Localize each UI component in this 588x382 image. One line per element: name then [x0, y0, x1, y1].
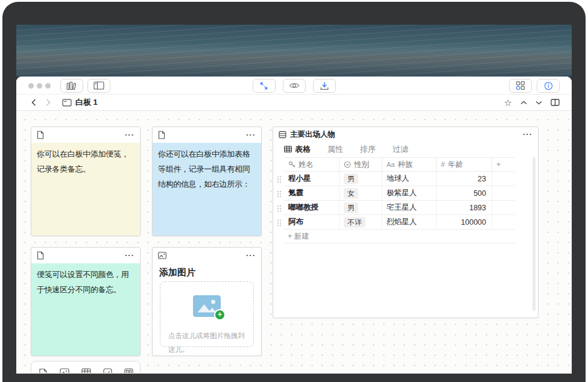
cell-gender[interactable]: 不详	[340, 215, 382, 229]
view-tab-sort[interactable]: 排序	[360, 144, 376, 155]
chevron-up-icon[interactable]	[520, 101, 527, 105]
forward-button[interactable]	[43, 99, 54, 106]
column-header-race[interactable]: Aa 种族	[382, 158, 437, 171]
back-button[interactable]	[28, 99, 39, 106]
cell-gender[interactable]: 男	[340, 172, 382, 186]
key-icon	[288, 161, 296, 168]
export-button[interactable]	[313, 79, 336, 93]
new-row-button[interactable]: + 新建	[284, 230, 515, 243]
screen: 白板 1 ☆	[0, 0, 588, 382]
titlebar-right	[509, 77, 560, 95]
more-button[interactable]: ···	[246, 132, 256, 138]
info-button[interactable]	[537, 79, 560, 93]
table-scrollbar[interactable]	[533, 157, 536, 311]
number-type-icon: #	[441, 160, 445, 169]
drag-handle-icon[interactable]	[277, 219, 281, 226]
cell-empty[interactable]	[492, 201, 515, 214]
note-text[interactable]: 你可以在白板中添加便笺，记录各类备忘。	[31, 143, 140, 236]
tab-whiteboard-1[interactable]: 白板 1	[62, 97, 98, 108]
more-button[interactable]: ···	[523, 131, 533, 137]
note-page-icon	[158, 131, 165, 139]
drag-handle-icon[interactable]	[277, 205, 281, 211]
table-row: 程小星 男 地球人 23	[284, 172, 515, 186]
image-card[interactable]: ··· 添加图片 + 点击这儿或将图片拖拽到这儿。	[152, 247, 262, 356]
info-icon	[544, 81, 553, 90]
more-button[interactable]: ···	[246, 252, 256, 258]
note-text[interactable]: 便笺可以设置不同颜色，用于快速区分不同的备忘。	[31, 263, 140, 355]
table-card-header: 主要出场人物 ···	[273, 127, 538, 140]
cell-name[interactable]: 嘟嘟教授	[284, 201, 340, 214]
titlebar	[16, 77, 572, 95]
insert-table-icon[interactable]	[81, 368, 91, 373]
cell-age[interactable]: 23	[437, 172, 492, 186]
drag-handle-icon[interactable]	[277, 176, 281, 183]
insert-kanban-icon[interactable]	[124, 368, 133, 373]
gender-badge: 男	[344, 202, 358, 213]
table-title: 主要出场人物	[290, 130, 335, 140]
cell-race[interactable]: 地球人	[382, 172, 437, 186]
widgets-button[interactable]	[509, 79, 532, 93]
sticky-note-blue[interactable]: ··· 你还可以在白板中添加表格等组件，记录一组具有相同结构的信息，如右边所示：	[152, 127, 262, 236]
column-label: 性别	[354, 160, 369, 170]
image-dropzone[interactable]: + 点击这儿或将图片拖拽到这儿。	[160, 281, 254, 347]
cell-gender[interactable]: 男	[340, 201, 382, 214]
cell-name[interactable]: 阿布	[284, 215, 340, 229]
cell-age[interactable]: 500	[437, 186, 492, 200]
traffic-lights	[28, 83, 51, 89]
table-view-tabs: 表格 属性 排序 过滤	[284, 141, 514, 157]
titlebar-center	[253, 77, 336, 95]
add-column-button[interactable]: +	[492, 158, 515, 171]
cell-empty[interactable]	[492, 186, 515, 200]
database-icon	[279, 131, 286, 139]
column-header-name[interactable]: 姓名	[284, 158, 340, 171]
cell-name[interactable]: 程小星	[284, 172, 340, 186]
favorite-star-icon[interactable]: ☆	[504, 98, 512, 107]
cell-age[interactable]: 100000	[437, 215, 492, 229]
insert-image-icon[interactable]	[60, 368, 69, 373]
expand-icon	[259, 81, 268, 90]
column-label: 姓名	[299, 160, 314, 170]
cell-name[interactable]: 氪霞	[284, 186, 340, 200]
split-view-icon[interactable]	[551, 99, 560, 106]
image-card-title: 添加图片	[153, 263, 261, 278]
column-label: 种族	[397, 160, 413, 170]
sticky-note-yellow[interactable]: ··· 你可以在白板中添加便笺，记录各类备忘。	[31, 127, 141, 236]
cell-empty[interactable]	[492, 215, 515, 229]
bookshelf-icon	[66, 81, 77, 90]
insert-note-icon[interactable]	[39, 368, 48, 373]
view-tab-table[interactable]: 表格	[284, 144, 311, 155]
apps-grid-icon	[516, 81, 525, 90]
chevron-down-icon[interactable]	[536, 101, 542, 105]
fullscreen-button[interactable]	[253, 79, 276, 93]
note-page-icon	[37, 251, 44, 260]
note-text[interactable]: 你还可以在白板中添加表格等组件，记录一组具有相同结构的信息，如右边所示：	[153, 143, 261, 236]
table-content: 姓名 性别	[284, 157, 515, 243]
gender-badge: 男	[344, 174, 358, 184]
more-button[interactable]: ···	[125, 132, 134, 138]
cell-race[interactable]: 极紫星人	[382, 186, 437, 200]
more-button[interactable]: ···	[125, 252, 134, 258]
whiteboard-canvas[interactable]: ··· 你可以在白板中添加便笺，记录各类备忘。 ···	[16, 111, 572, 373]
cell-race[interactable]: 烈焰星人	[382, 215, 437, 229]
column-header-age[interactable]: # 年龄	[437, 158, 492, 171]
column-header-gender[interactable]: 性别	[340, 158, 382, 171]
eye-icon	[289, 82, 300, 89]
minimize-button[interactable]	[37, 83, 42, 89]
view-tab-properties[interactable]: 属性	[327, 144, 343, 155]
cell-age[interactable]: 1893	[437, 201, 492, 214]
cell-empty[interactable]	[492, 172, 515, 186]
library-button[interactable]	[60, 79, 83, 93]
cell-race[interactable]: 宅王星人	[382, 201, 437, 214]
image-icon	[158, 252, 166, 259]
sticky-note-teal[interactable]: ··· 便笺可以设置不同颜色，用于快速区分不同的备忘。	[31, 247, 141, 356]
drag-handle-icon[interactable]	[277, 190, 281, 197]
maximize-button[interactable]	[45, 83, 51, 89]
toggle-sidebar-button[interactable]	[87, 79, 110, 93]
close-button[interactable]	[28, 83, 34, 89]
table-card[interactable]: 主要出场人物 ···	[273, 127, 539, 318]
whiteboard-icon	[62, 99, 72, 107]
view-tab-filter[interactable]: 过滤	[393, 144, 408, 155]
cell-gender[interactable]: 女	[340, 186, 382, 200]
preview-button[interactable]	[283, 79, 306, 93]
insert-todo-icon[interactable]	[103, 368, 112, 373]
